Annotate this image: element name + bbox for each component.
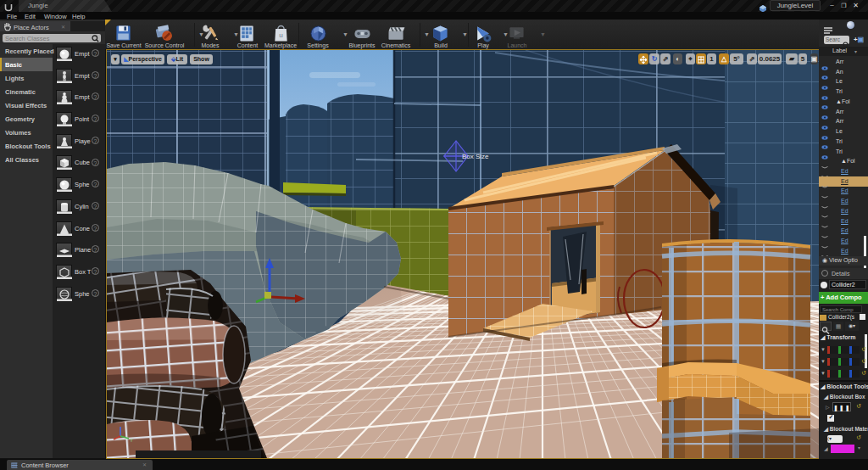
svg-text:Y: Y: [130, 438, 133, 443]
svg-text:u: u: [279, 31, 283, 39]
svg-text:Box Size: Box Size: [462, 153, 489, 160]
